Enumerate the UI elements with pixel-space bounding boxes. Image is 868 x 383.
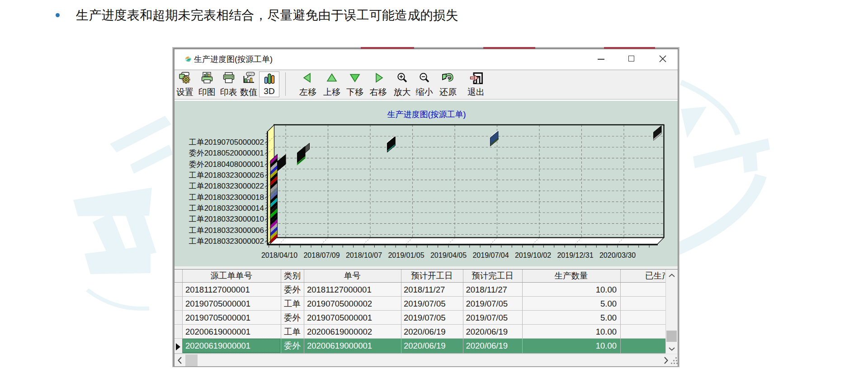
svg-text:2018/07/09: 2018/07/09: [303, 251, 340, 259]
svg-text:工单20180323000010: 工单20180323000010: [189, 215, 264, 223]
svg-text:2018/10/07: 2018/10/07: [345, 251, 382, 259]
svg-text:工单20180323000006: 工单20180323000006: [189, 226, 264, 234]
svg-text:2019/01/05: 2019/01/05: [388, 251, 424, 259]
svg-text:委外20180408000001: 委外20180408000001: [189, 160, 264, 168]
svg-text:2019/04/05: 2019/04/05: [430, 251, 466, 259]
svg-text:工单20180323000022: 工单20180323000022: [189, 182, 264, 190]
svg-text:工单20190705000002: 工单20190705000002: [189, 137, 264, 146]
svg-text:2019/12/31: 2019/12/31: [557, 251, 593, 259]
svg-text:工单20180323000026: 工单20180323000026: [189, 170, 264, 179]
svg-text:工单20180323000002: 工单20180323000002: [189, 236, 264, 245]
svg-text:委外20180520000001: 委外20180520000001: [189, 149, 264, 157]
svg-text:2019/07/04: 2019/07/04: [472, 251, 509, 259]
svg-text:2018/04/10: 2018/04/10: [261, 251, 297, 259]
svg-text:2020/03/30: 2020/03/30: [599, 251, 635, 259]
svg-text:工单20180323000018: 工单20180323000018: [189, 193, 264, 201]
svg-text:2019/10/02: 2019/10/02: [514, 251, 551, 259]
svg-text:生产进度图(按源工单): 生产进度图(按源工单): [387, 109, 466, 118]
svg-text:工单20180323000014: 工单20180323000014: [189, 203, 264, 212]
